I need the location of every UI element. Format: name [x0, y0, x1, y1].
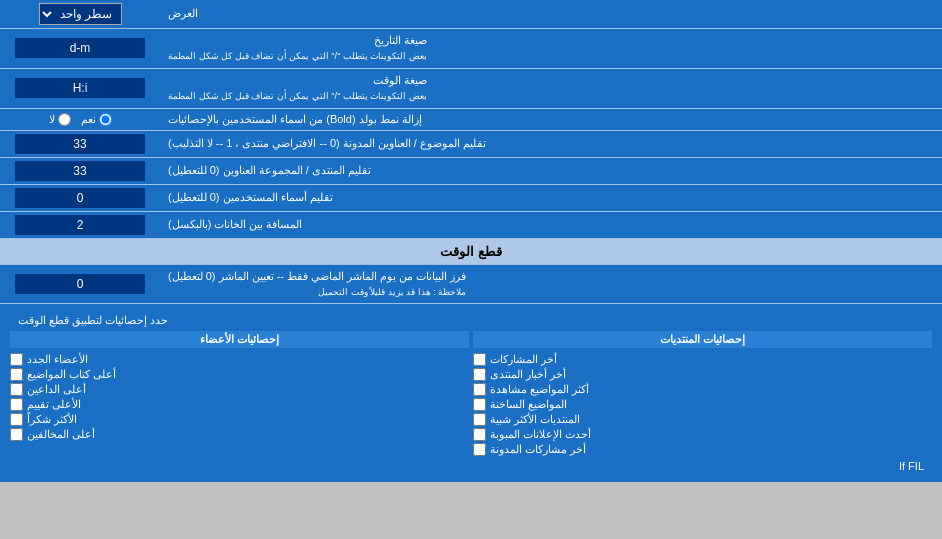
cut-days-input-area	[0, 265, 160, 304]
member-checkbox-3: أعلى الداعين	[10, 383, 469, 396]
column-spacing-input-area	[0, 212, 160, 238]
date-format-input[interactable]	[15, 38, 145, 58]
bold-remove-label: إزالة نمط بولد (Bold) من اسماء المستخدمي…	[160, 109, 942, 130]
forum-stats-col: إحصائيات المنتديات أخر المشاركات أخر أخب…	[473, 331, 932, 456]
bold-remove-inputs: نعم لا	[0, 109, 160, 130]
bottom-note: If FIL	[10, 456, 932, 476]
member-cb-3[interactable]	[10, 383, 23, 396]
topic-titles-row: تقليم الموضوع / العناوين المدونة (0 -- ا…	[0, 131, 942, 158]
date-format-row: صيغة التاريخبعض التكوينات يتطلب "/" التي…	[0, 29, 942, 69]
forum-checkbox-6: أحدث الإعلانات المبوبة	[473, 428, 932, 441]
forum-titles-input[interactable]	[15, 161, 145, 181]
column-spacing-row: المسافة بين الخانات (بالبكسل)	[0, 212, 942, 239]
forum-checkbox-2: أخر أخبار المنتدى	[473, 368, 932, 381]
forum-checkbox-7: أخر مشاركات المدونة	[473, 443, 932, 456]
forum-cb-1[interactable]	[473, 353, 486, 366]
forum-cb-2[interactable]	[473, 368, 486, 381]
forum-checkbox-5: المنتديات الأكثر شبية	[473, 413, 932, 426]
column-spacing-input[interactable]	[15, 215, 145, 235]
cut-time-header: قطع الوقت	[0, 239, 942, 265]
time-format-input-area	[0, 69, 160, 108]
column-spacing-label: المسافة بين الخانات (بالبكسل)	[160, 212, 942, 238]
topic-titles-label: تقليم الموضوع / العناوين المدونة (0 -- ا…	[160, 131, 942, 157]
usernames-row: تقليم أسماء المستخدمين (0 للتعطيل)	[0, 185, 942, 212]
forum-titles-input-area	[0, 158, 160, 184]
bold-yes-label[interactable]: نعم	[81, 113, 112, 126]
member-checkbox-5: الأكثر شكراً	[10, 413, 469, 426]
member-stats-header: إحصائيات الأعضاء	[10, 331, 469, 348]
display-row: العرض سطر واحد سطرين ثلاثة أسطر	[0, 0, 942, 29]
date-format-input-area	[0, 29, 160, 68]
member-cb-1[interactable]	[10, 353, 23, 366]
display-label: العرض	[160, 0, 942, 28]
usernames-input-area	[0, 185, 160, 211]
forum-checkbox-1: أخر المشاركات	[473, 353, 932, 366]
checkboxes-grid: إحصائيات المنتديات أخر المشاركات أخر أخب…	[10, 331, 932, 456]
member-checkbox-6: أعلى المخالفين	[10, 428, 469, 441]
forum-checkbox-4: المواضيع الساخنة	[473, 398, 932, 411]
member-cb-5[interactable]	[10, 413, 23, 426]
forum-cb-4[interactable]	[473, 398, 486, 411]
member-checkbox-4: الأعلى تقييم	[10, 398, 469, 411]
forum-titles-row: تقليم المنتدى / المجموعة العناوين (0 للت…	[0, 158, 942, 185]
cut-days-label: فرز البيانات من يوم الماشر الماضي فقط --…	[160, 265, 942, 304]
cut-days-input[interactable]	[15, 274, 145, 294]
checkboxes-area: حدد إحصائيات لتطبيق قطع الوقت إحصائيات ا…	[0, 304, 942, 482]
topic-titles-input-area	[0, 131, 160, 157]
date-format-label: صيغة التاريخبعض التكوينات يتطلب "/" التي…	[160, 29, 942, 68]
forum-stats-header: إحصائيات المنتديات	[473, 331, 932, 348]
time-format-input[interactable]	[15, 78, 145, 98]
member-cb-4[interactable]	[10, 398, 23, 411]
lines-select[interactable]: سطر واحد سطرين ثلاثة أسطر	[39, 3, 122, 25]
bold-yes-radio[interactable]	[99, 113, 112, 126]
usernames-input[interactable]	[15, 188, 145, 208]
forum-cb-3[interactable]	[473, 383, 486, 396]
member-checkbox-2: أعلى كتاب المواضيع	[10, 368, 469, 381]
forum-cb-5[interactable]	[473, 413, 486, 426]
main-container: العرض سطر واحد سطرين ثلاثة أسطر صيغة الت…	[0, 0, 942, 482]
topic-titles-input[interactable]	[15, 134, 145, 154]
forum-cb-6[interactable]	[473, 428, 486, 441]
usernames-label: تقليم أسماء المستخدمين (0 للتعطيل)	[160, 185, 942, 211]
forum-checkbox-3: أكثر المواضيع مشاهدة	[473, 383, 932, 396]
member-stats-col: إحصائيات الأعضاء الأعضاء الجدد أعلى كتاب…	[10, 331, 469, 456]
member-cb-2[interactable]	[10, 368, 23, 381]
display-input-area: سطر واحد سطرين ثلاثة أسطر	[0, 0, 160, 28]
member-cb-6[interactable]	[10, 428, 23, 441]
bold-remove-row: إزالة نمط بولد (Bold) من اسماء المستخدمي…	[0, 109, 942, 131]
bold-no-radio[interactable]	[58, 113, 71, 126]
time-format-row: صيغة الوقتبعض التكوينات يتطلب "/" التي ي…	[0, 69, 942, 109]
member-checkbox-1: الأعضاء الجدد	[10, 353, 469, 366]
forum-titles-label: تقليم المنتدى / المجموعة العناوين (0 للت…	[160, 158, 942, 184]
bold-no-label[interactable]: لا	[49, 113, 71, 126]
apply-row: حدد إحصائيات لتطبيق قطع الوقت	[10, 310, 932, 331]
cut-days-row: فرز البيانات من يوم الماشر الماضي فقط --…	[0, 265, 942, 305]
forum-cb-7[interactable]	[473, 443, 486, 456]
time-format-label: صيغة الوقتبعض التكوينات يتطلب "/" التي ي…	[160, 69, 942, 108]
